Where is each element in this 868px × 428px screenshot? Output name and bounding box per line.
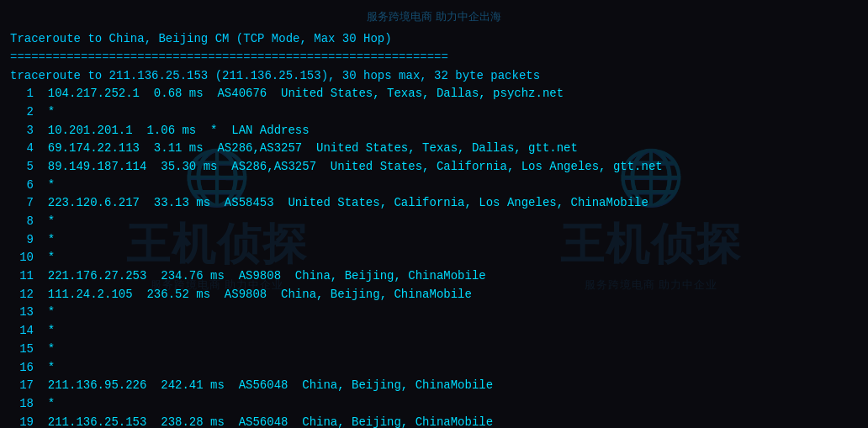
separator-text: ========================================… — [10, 49, 448, 67]
hop-line: 18 * — [10, 395, 858, 414]
hop-line: 4 69.174.22.113 3.11 ms AS286,AS3257 Uni… — [10, 140, 858, 158]
hops-container: 1 104.217.252.1 0.68 ms AS40676 United S… — [10, 85, 858, 428]
separator-line: ========================================… — [10, 49, 858, 67]
hop-content: * — [34, 359, 55, 378]
hop-number: 14 — [10, 322, 34, 341]
hop-content: 111.24.2.105 236.52 ms AS9808 China, Bei… — [34, 286, 472, 304]
hop-content: * — [34, 395, 55, 414]
hop-line: 6 * — [10, 177, 858, 195]
hop-line: 3 10.201.201.1 1.06 ms * LAN Address — [10, 122, 858, 140]
terminal: 服务跨境电商 助力中企出海 Traceroute to China, Beiji… — [0, 0, 868, 428]
hop-number: 1 — [10, 85, 34, 103]
hop-content: 69.174.22.113 3.11 ms AS286,AS3257 Unite… — [34, 140, 578, 158]
hop-line: 14 * — [10, 322, 858, 341]
info-line: traceroute to 211.136.25.153 (211.136.25… — [10, 67, 858, 86]
hop-line: 8 * — [10, 213, 858, 231]
hop-number: 13 — [10, 304, 34, 322]
hop-content: * — [34, 103, 55, 122]
hop-line: 17 211.136.95.226 242.41 ms AS56048 Chin… — [10, 377, 858, 395]
hop-number: 9 — [10, 231, 34, 250]
hop-number: 17 — [10, 377, 34, 395]
hop-line: 9 * — [10, 231, 858, 250]
hop-number: 5 — [10, 158, 34, 177]
hop-content: * — [34, 304, 55, 322]
hop-number: 7 — [10, 194, 34, 213]
hop-number: 16 — [10, 359, 34, 378]
hop-line: 15 * — [10, 341, 858, 359]
hop-number: 11 — [10, 267, 34, 286]
hop-line: 10 * — [10, 249, 858, 267]
hop-content: * — [34, 322, 55, 341]
hop-content: 211.136.95.226 242.41 ms AS56048 China, … — [34, 377, 493, 395]
hop-number: 2 — [10, 103, 34, 122]
hop-line: 5 89.149.187.114 35.30 ms AS286,AS3257 U… — [10, 158, 858, 177]
banner-text: 服务跨境电商 助力中企出海 — [367, 10, 501, 23]
hop-line: 7 223.120.6.217 33.13 ms AS58453 United … — [10, 194, 858, 213]
title-text: Traceroute to China, Beijing CM (TCP Mod… — [10, 30, 392, 49]
hop-content: * — [34, 341, 55, 359]
hop-content: 104.217.252.1 0.68 ms AS40676 United Sta… — [34, 85, 564, 103]
hop-line: 1 104.217.252.1 0.68 ms AS40676 United S… — [10, 85, 858, 103]
top-banner: 服务跨境电商 助力中企出海 — [10, 7, 858, 30]
title-line: Traceroute to China, Beijing CM (TCP Mod… — [10, 30, 858, 49]
hop-line: 16 * — [10, 359, 858, 378]
hop-content: * — [34, 249, 55, 267]
hop-line: 11 221.176.27.253 234.76 ms AS9808 China… — [10, 267, 858, 286]
hop-content: * — [34, 177, 55, 195]
hop-number: 6 — [10, 177, 34, 195]
hop-content: * — [34, 231, 55, 250]
hop-number: 12 — [10, 286, 34, 304]
hop-content: 10.201.201.1 1.06 ms * LAN Address — [34, 122, 310, 140]
hop-number: 15 — [10, 341, 34, 359]
hop-number: 4 — [10, 140, 34, 158]
hop-line: 13 * — [10, 304, 858, 322]
hop-line: 12 111.24.2.105 236.52 ms AS9808 China, … — [10, 286, 858, 304]
hop-content: 223.120.6.217 33.13 ms AS58453 United St… — [34, 194, 648, 213]
info-text: traceroute to 211.136.25.153 (211.136.25… — [10, 67, 540, 86]
hop-content: 221.176.27.253 234.76 ms AS9808 China, B… — [34, 267, 486, 286]
hop-content: * — [34, 213, 55, 231]
hop-number: 8 — [10, 213, 34, 231]
hop-line: 2 * — [10, 103, 858, 122]
hop-content: 89.149.187.114 35.30 ms AS286,AS3257 Uni… — [34, 158, 663, 177]
hop-number: 3 — [10, 122, 34, 140]
hop-number: 10 — [10, 249, 34, 267]
hop-number: 19 — [10, 414, 34, 428]
hop-content: 211.136.25.153 238.28 ms AS56048 China, … — [34, 414, 493, 428]
hop-number: 18 — [10, 395, 34, 414]
hop-line: 19 211.136.25.153 238.28 ms AS56048 Chin… — [10, 414, 858, 428]
